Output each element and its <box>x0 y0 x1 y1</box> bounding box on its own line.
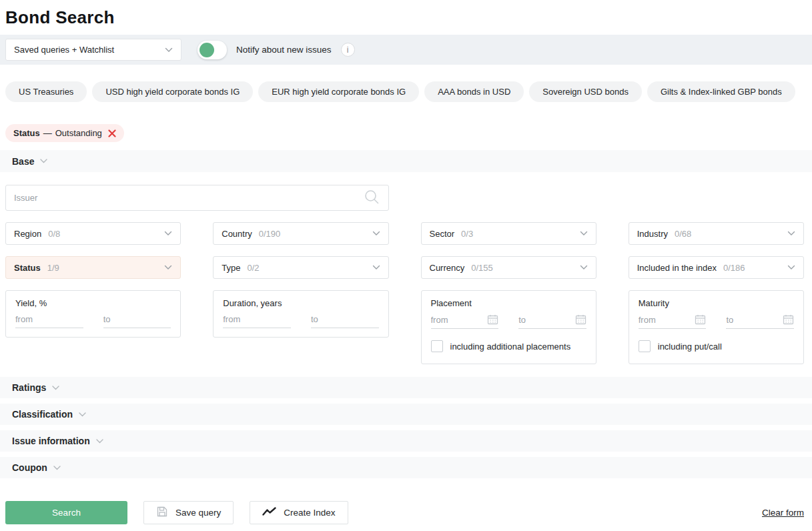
create-index-button[interactable]: Create Index <box>250 501 348 524</box>
dropdown-currency[interactable]: Currency 0/155 <box>421 256 596 279</box>
notify-label: Notify about new issues <box>236 45 332 55</box>
info-icon[interactable]: i <box>341 43 355 57</box>
section-label: Coupon <box>12 462 47 473</box>
section-header-coupon[interactable]: Coupon <box>0 457 812 478</box>
saved-queries-select[interactable]: Saved queries + Watchlist <box>5 39 181 61</box>
section-label: Issue information <box>12 436 90 446</box>
yield-from-field <box>15 314 83 328</box>
chevron-down-icon <box>164 231 172 236</box>
calendar-icon[interactable] <box>575 314 586 325</box>
search-button[interactable]: Search <box>5 501 127 524</box>
yield-to-input[interactable] <box>103 314 171 324</box>
maturity-to-field <box>726 314 794 329</box>
dropdown-region[interactable]: Region 0/8 <box>5 222 181 245</box>
placement-from-input[interactable] <box>431 315 488 325</box>
duration-from-input[interactable] <box>223 314 291 324</box>
active-filter-field: Status <box>13 128 40 138</box>
line-chart-icon <box>262 506 276 519</box>
range-label: Maturity <box>639 298 794 308</box>
yield-to-field <box>103 314 171 328</box>
including-put-call-checkbox[interactable] <box>639 340 651 352</box>
placement-from-field <box>431 314 499 329</box>
notify-toggle-group: Notify about new issues i <box>197 41 355 59</box>
active-filters-row: Status — Outstanding <box>5 124 807 142</box>
quick-filter-chip[interactable]: Gilts & Index-linked GBP bonds <box>647 81 795 102</box>
save-icon <box>156 506 168 520</box>
dropdown-grid: Region 0/8 Country 0/190 Sector 0/3 Indu… <box>0 211 812 364</box>
section-label: Ratings <box>12 382 46 393</box>
placement-to-field <box>518 314 586 329</box>
calendar-icon[interactable] <box>695 314 706 325</box>
collapsed-sections: Ratings Classification Issue information… <box>0 377 812 478</box>
calendar-icon[interactable] <box>783 314 794 325</box>
checkbox-label: including put/call <box>658 342 722 352</box>
section-label: Classification <box>12 409 73 420</box>
dropdown-type[interactable]: Type 0/2 <box>213 256 388 279</box>
maturity-from-input[interactable] <box>639 315 695 325</box>
active-filter-value: Outstanding <box>55 128 102 138</box>
dropdown-sector[interactable]: Sector 0/3 <box>421 222 596 245</box>
chevron-down-icon <box>52 386 59 390</box>
chevron-down-icon <box>53 466 61 470</box>
range-box-maturity: Maturity including put/call <box>629 290 804 364</box>
clear-form-link[interactable]: Clear form <box>762 508 804 518</box>
chevron-down-icon <box>787 265 795 270</box>
section-header-base[interactable]: Base <box>0 150 812 172</box>
placement-checkbox-row: including additional placements <box>431 340 586 352</box>
range-label: Duration, years <box>223 298 378 308</box>
chevron-down-icon <box>164 265 172 270</box>
create-index-label: Create Index <box>284 508 335 518</box>
chevron-down-icon <box>372 265 380 270</box>
duration-to-input[interactable] <box>311 314 379 324</box>
range-label: Placement <box>431 298 586 308</box>
dropdown-industry[interactable]: Industry 0/68 <box>629 222 804 245</box>
quick-filter-chip[interactable]: USD high yield corporate bonds IG <box>92 81 253 102</box>
range-box-duration: Duration, years <box>213 290 388 338</box>
chevron-down-icon <box>787 231 795 236</box>
maturity-to-input[interactable] <box>726 315 783 325</box>
saved-queries-label: Saved queries + Watchlist <box>14 45 114 55</box>
quick-filter-chip[interactable]: US Treasuries <box>5 81 87 102</box>
chevron-down-icon <box>165 47 173 53</box>
quick-filter-chip[interactable]: AAA bonds in USD <box>424 81 524 102</box>
toolbar: Saved queries + Watchlist Notify about n… <box>0 35 812 65</box>
chevron-down-icon <box>372 231 380 236</box>
search-icon[interactable] <box>363 188 380 207</box>
chevron-down-icon <box>40 159 47 163</box>
dropdown-country[interactable]: Country 0/190 <box>213 222 388 245</box>
active-filter-status[interactable]: Status — Outstanding <box>5 124 124 142</box>
maturity-checkbox-row: including put/call <box>639 340 794 352</box>
section-header-issue-information[interactable]: Issue information <box>0 430 812 452</box>
range-box-yield: Yield, % <box>5 290 181 338</box>
checkbox-label: including additional placements <box>450 342 571 352</box>
notify-toggle[interactable] <box>197 41 227 59</box>
placement-to-input[interactable] <box>518 315 575 325</box>
chevron-down-icon <box>79 412 86 417</box>
save-query-button[interactable]: Save query <box>143 501 234 524</box>
chevron-down-icon <box>580 231 588 236</box>
toggle-knob <box>199 43 214 57</box>
range-box-placement: Placement including additional placement… <box>421 290 596 364</box>
page-title: Bond Search <box>5 7 812 28</box>
issuer-input[interactable] <box>14 193 363 203</box>
dropdown-status[interactable]: Status 1/9 <box>5 256 181 279</box>
section-header-classification[interactable]: Classification <box>0 404 812 425</box>
maturity-from-field <box>639 314 707 329</box>
dropdown-included-in-index[interactable]: Included in the index 0/186 <box>629 256 804 279</box>
calendar-icon[interactable] <box>487 314 498 325</box>
quick-filter-chip[interactable]: Sovereign USD bonds <box>529 81 642 102</box>
active-filter-separator: — <box>43 128 52 138</box>
section-header-ratings[interactable]: Ratings <box>0 377 812 398</box>
issuer-search-box <box>5 185 389 211</box>
including-additional-placements-checkbox[interactable] <box>431 340 443 352</box>
quick-filter-chip[interactable]: EUR high yield corporate bonds IG <box>258 81 419 102</box>
save-query-label: Save query <box>175 508 221 518</box>
footer-actions: Search Save query Create Index Clear for… <box>0 501 812 524</box>
yield-from-input[interactable] <box>15 314 83 324</box>
duration-from-field <box>223 314 291 328</box>
range-label: Yield, % <box>15 298 171 308</box>
remove-filter-icon[interactable] <box>108 129 116 137</box>
issuer-row <box>0 172 812 211</box>
chevron-down-icon <box>580 265 588 270</box>
duration-to-field <box>311 314 379 328</box>
